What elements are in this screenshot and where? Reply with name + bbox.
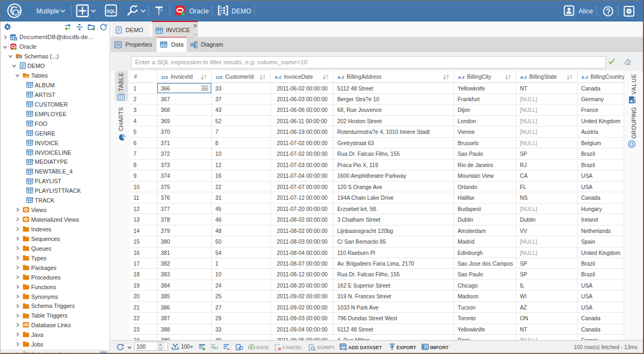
svg-text:SQL: SQL (106, 9, 116, 14)
